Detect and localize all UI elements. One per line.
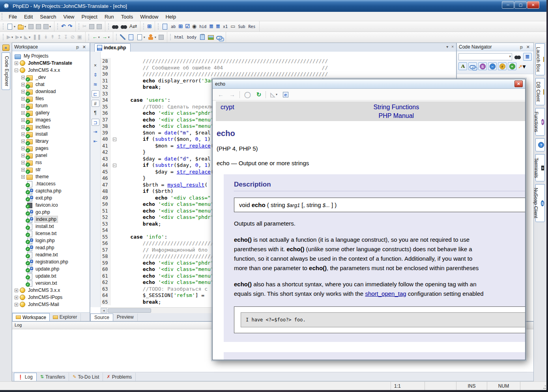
tab-to-do-list[interactable]: ✎To-Do List	[69, 373, 103, 381]
fold-column[interactable]	[111, 149, 118, 156]
tab-preview[interactable]: Preview	[113, 314, 138, 321]
pilcrow-icon[interactable]: ¶	[92, 109, 99, 116]
fold-column[interactable]	[111, 214, 118, 221]
tree-item-theme[interactable]: +theme	[12, 173, 90, 180]
indent-decrease-icon[interactable]: ⇤	[92, 138, 99, 145]
expand-icon[interactable]: +	[21, 118, 25, 122]
settings-icon[interactable]	[119, 33, 127, 41]
resize-grip[interactable]	[541, 382, 546, 390]
tree-item-read-php[interactable]: Pread.php	[12, 244, 90, 251]
menu-search[interactable]: Search	[36, 13, 60, 21]
fold-column[interactable]	[111, 117, 118, 123]
tree-item-captcha-php[interactable]: Pcaptcha.php	[12, 187, 90, 194]
menu-project[interactable]: Project	[78, 13, 101, 21]
fold-column[interactable]	[111, 110, 118, 117]
tree-item-chat[interactable]: +chat	[12, 81, 90, 88]
popup-close-button[interactable]: ✕	[514, 80, 523, 87]
indent-increase-icon[interactable]: ⇥	[92, 128, 99, 135]
menu-window[interactable]: Window	[137, 13, 162, 21]
insert-image-icon[interactable]	[207, 33, 215, 41]
form-hidden-icon[interactable]: hid	[198, 22, 208, 31]
popup-browser-icon[interactable]: e	[282, 90, 290, 99]
export-icon[interactable]: ▾	[135, 33, 146, 41]
expand-icon[interactable]: +	[21, 168, 25, 172]
expand-icon[interactable]: −	[15, 69, 18, 72]
undo-icon[interactable]: ↶	[60, 22, 67, 31]
expand-icon[interactable]: +	[21, 111, 25, 115]
form-submit-icon[interactable]: Sub	[236, 22, 247, 31]
show-public-icon[interactable]: +	[508, 62, 516, 70]
save-all-icon[interactable]	[35, 22, 42, 31]
title-bar[interactable]: Ø PhpED - My Projects::JohnCMS-Translate…	[0, 0, 546, 12]
link-short-open-tag[interactable]: short_open_tag	[365, 290, 406, 297]
fold-column[interactable]	[111, 292, 118, 299]
fold-column[interactable]	[111, 234, 118, 241]
fold-column[interactable]	[111, 143, 118, 149]
tree-item--dev[interactable]: +_dev	[12, 74, 90, 81]
fold-column[interactable]	[111, 91, 118, 97]
menu-tools[interactable]: Tools	[118, 13, 137, 21]
tab-functions[interactable]: FFunctions	[535, 108, 545, 136]
tab-source[interactable]: Source	[90, 314, 113, 321]
tree-item-install-txt[interactable]: install.txt	[12, 223, 90, 230]
expand-icon[interactable]: +	[21, 97, 25, 101]
tree-item-update-php[interactable]: Pupdate.php	[12, 265, 90, 273]
expand-icon[interactable]: +	[21, 154, 25, 157]
tree-item-license-txt[interactable]: license.txt	[12, 230, 90, 237]
stop-icon[interactable]: ⊘	[69, 33, 76, 41]
popup-title-bar[interactable]: echo ✕	[213, 79, 525, 89]
tree-item-my-projects[interactable]: My Projects	[12, 52, 90, 60]
fold-column[interactable]	[111, 175, 118, 182]
fold-column[interactable]	[111, 78, 118, 84]
popup-refresh-icon[interactable]: ↻	[255, 90, 263, 99]
scroll-left-icon[interactable]: ◂	[101, 308, 107, 313]
close-icon[interactable]: ✕	[81, 45, 88, 50]
wrap-lines-icon[interactable]: ≋	[92, 81, 99, 88]
popup-forward-icon[interactable]: →	[228, 90, 236, 99]
close-icon[interactable]: ✕	[525, 45, 531, 50]
tree-item-johncms-mail[interactable]: +JohnCMS-Mail	[12, 301, 90, 308]
menu-view[interactable]: View	[60, 13, 78, 21]
tree-item-forum[interactable]: +forum	[12, 102, 90, 109]
tab-explorer[interactable]: Explorer	[50, 313, 81, 321]
expand-icon[interactable]: +	[21, 175, 25, 179]
run-to-cursor-icon[interactable]: ↧	[63, 33, 69, 41]
expand-icon[interactable]: +	[15, 303, 18, 306]
tab-workspace[interactable]: Workspace	[12, 313, 50, 321]
form-input-icon[interactable]: x1	[221, 22, 229, 31]
tree-item-login-php[interactable]: Plogin.php	[12, 237, 90, 244]
tree-item-exit-php[interactable]: Pexit.php	[12, 194, 90, 202]
tree-item-gallery[interactable]: +gallery	[12, 109, 90, 116]
fold-column[interactable]	[111, 240, 118, 247]
fold-column[interactable]	[111, 182, 118, 189]
fold-column[interactable]	[111, 195, 118, 202]
goto-declaration-icon[interactable]: ➚▾	[518, 62, 526, 70]
expand-icon[interactable]: +	[21, 76, 25, 79]
tree-item-johncms-3-x-x[interactable]: +JohnCMS 3.x.x	[12, 287, 90, 294]
fold-column[interactable]	[111, 208, 118, 215]
tab-launch-box[interactable]: Launch Box	[535, 43, 545, 75]
fold-column[interactable]	[111, 123, 118, 130]
fold-column[interactable]	[111, 71, 118, 78]
step-into-icon[interactable]: ↡	[43, 33, 49, 41]
page-properties-icon[interactable]	[127, 33, 135, 41]
find-in-files-icon[interactable]	[120, 22, 128, 31]
close-tab-icon[interactable]: ×	[451, 45, 454, 49]
save-copy-icon[interactable]: ▾	[42, 22, 52, 31]
margin-icon[interactable]: ⊏	[92, 90, 99, 97]
fold-column[interactable]	[111, 188, 118, 195]
fold-column[interactable]	[111, 260, 118, 267]
expand-icon[interactable]: +	[21, 90, 25, 93]
link-members-icon[interactable]	[468, 62, 477, 70]
fold-column[interactable]	[111, 227, 118, 234]
profile-icon[interactable]: ◣▾	[23, 33, 32, 41]
popup-print-icon[interactable]: ◺▾	[269, 90, 279, 99]
link-string-functions[interactable]: String Functions	[374, 104, 419, 110]
insert-link-icon[interactable]	[215, 33, 224, 41]
expand-icon[interactable]: +	[15, 296, 18, 299]
fold-column[interactable]	[111, 156, 118, 162]
menu-file[interactable]: File	[5, 13, 21, 21]
tree-item-index-php[interactable]: Pindex.php	[12, 216, 90, 223]
navigator-filter-combo[interactable]	[458, 53, 512, 60]
paste-icon[interactable]	[95, 22, 103, 31]
